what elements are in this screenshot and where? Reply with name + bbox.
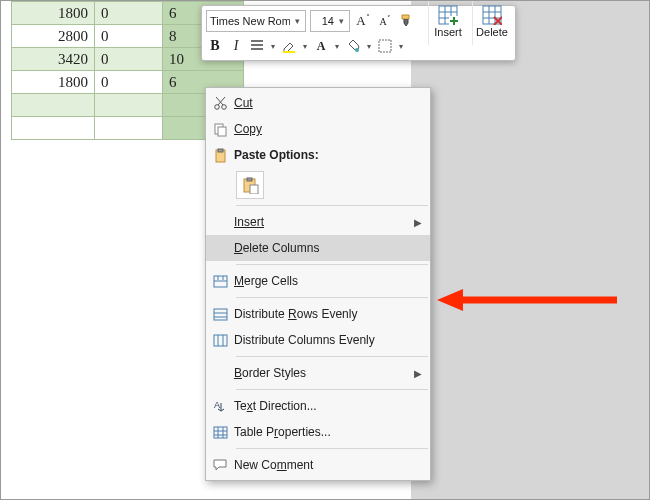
table-cell[interactable] [12, 117, 95, 140]
font-name-value: Times New Rom [210, 15, 290, 27]
svg-text:A: A [214, 400, 220, 410]
separator [236, 389, 428, 390]
svg-point-12 [355, 48, 359, 52]
menu-copy[interactable]: Copy [206, 116, 430, 142]
clipboard-icon [241, 176, 259, 194]
merge-cells-icon [206, 275, 234, 288]
table-cell[interactable]: 2800 [12, 25, 95, 48]
table-cell[interactable]: 3420 [12, 48, 95, 71]
menu-newcomment-label: New Comment [234, 458, 430, 472]
menu-copy-label: Copy [234, 122, 430, 136]
cut-icon [206, 96, 234, 111]
font-color-button[interactable]: A [312, 37, 330, 55]
table-cell[interactable]: 0 [95, 71, 163, 94]
bold-button[interactable]: B [206, 37, 224, 55]
text-direction-icon: A [206, 399, 234, 414]
menu-insert-label: Insert [234, 215, 430, 229]
menu-insert[interactable]: Insert ▶ [206, 209, 430, 235]
svg-rect-13 [379, 40, 391, 52]
callout-arrow [437, 285, 617, 315]
svg-rect-19 [218, 149, 223, 152]
menu-table-properties[interactable]: Table Properties... [206, 419, 430, 445]
chevron-down-icon: ▾ [292, 16, 302, 26]
table-cell[interactable] [95, 117, 163, 140]
menu-cut-label: Cut [234, 96, 430, 110]
shading-button[interactable] [344, 37, 362, 55]
table-cell[interactable]: 0 [95, 48, 163, 71]
chevron-down-icon: ▾ [336, 16, 346, 26]
svg-rect-21 [247, 178, 252, 181]
menu-tableprops-label: Table Properties... [234, 425, 430, 439]
svg-rect-30 [214, 335, 227, 346]
separator [236, 205, 428, 206]
svg-point-14 [214, 104, 219, 109]
grow-font-icon[interactable]: A˄ [354, 12, 372, 30]
table-cell[interactable]: 0 [95, 2, 163, 25]
menu-distribute-columns[interactable]: Distribute Columns Evenly [206, 327, 430, 353]
paste-icon [206, 148, 234, 163]
separator [236, 448, 428, 449]
svg-marker-40 [437, 289, 463, 311]
font-name-combo[interactable]: Times New Rom ▾ [206, 10, 306, 32]
chevron-down-icon[interactable]: ▾ [333, 42, 341, 51]
distribute-cols-icon [206, 334, 234, 347]
distribute-rows-icon [206, 308, 234, 321]
table-cell[interactable]: 0 [95, 25, 163, 48]
svg-rect-34 [214, 427, 227, 438]
svg-rect-22 [250, 185, 258, 194]
app-background [409, 1, 649, 500]
table-insert-icon [438, 5, 458, 25]
menu-border-label: Border Styles [234, 366, 430, 380]
font-size-value: 14 [314, 15, 334, 27]
submenu-arrow-icon: ▶ [414, 368, 422, 379]
svg-rect-27 [214, 309, 227, 320]
svg-rect-17 [218, 127, 226, 136]
menu-dist-rows-label: Distribute Rows Evenly [234, 307, 430, 321]
menu-text-direction[interactable]: A Text Direction... [206, 393, 430, 419]
shrink-font-icon[interactable]: A˅ [376, 12, 394, 30]
table-cell[interactable]: 1800 [12, 71, 95, 94]
table-cell[interactable] [12, 94, 95, 117]
table-cell[interactable]: 1800 [12, 2, 95, 25]
menu-paste-header: Paste Options: [206, 142, 430, 168]
context-menu: Cut Copy Paste Options: Insert ▶ Delete … [205, 87, 431, 481]
menu-dist-cols-label: Distribute Columns Evenly [234, 333, 430, 347]
submenu-arrow-icon: ▶ [414, 217, 422, 228]
italic-button[interactable]: I [227, 37, 245, 55]
format-painter-icon[interactable] [398, 12, 416, 30]
paste-option-button[interactable] [236, 171, 264, 199]
menu-paste-label: Paste Options: [234, 148, 430, 162]
menu-textdir-label: Text Direction... [234, 399, 430, 413]
paste-options-row [206, 168, 430, 202]
chevron-down-icon[interactable]: ▾ [301, 42, 309, 51]
table-delete-icon [482, 5, 502, 25]
separator [236, 356, 428, 357]
menu-delete-columns-label: Delete Columns [234, 241, 430, 255]
copy-icon [206, 122, 234, 137]
svg-point-15 [221, 104, 226, 109]
chevron-down-icon[interactable]: ▾ [365, 42, 373, 51]
menu-new-comment[interactable]: New Comment [206, 452, 430, 478]
menu-cut[interactable]: Cut [206, 90, 430, 116]
highlight-button[interactable] [280, 37, 298, 55]
menu-merge-cells[interactable]: Merge Cells [206, 268, 430, 294]
menu-delete-columns[interactable]: Delete Columns [206, 235, 430, 261]
svg-rect-11 [283, 51, 295, 53]
align-button[interactable] [248, 37, 266, 55]
menu-border-styles[interactable]: Border Styles ▶ [206, 360, 430, 386]
menu-distribute-rows[interactable]: Distribute Rows Evenly [206, 301, 430, 327]
chevron-down-icon[interactable]: ▾ [269, 42, 277, 51]
font-size-combo[interactable]: 14 ▾ [310, 10, 350, 32]
table-cell[interactable] [95, 94, 163, 117]
mini-toolbar: Times New Rom ▾ 14 ▾ A˄ A˅ Insert Delete [201, 5, 516, 61]
borders-button[interactable] [376, 37, 394, 55]
separator [236, 264, 428, 265]
menu-merge-label: Merge Cells [234, 274, 430, 288]
separator [236, 297, 428, 298]
chevron-down-icon[interactable]: ▾ [397, 42, 405, 51]
comment-icon [206, 458, 234, 472]
screenshot-stage: 1800062800083420010180006 Times New Rom … [0, 0, 650, 500]
table-properties-icon [206, 426, 234, 439]
